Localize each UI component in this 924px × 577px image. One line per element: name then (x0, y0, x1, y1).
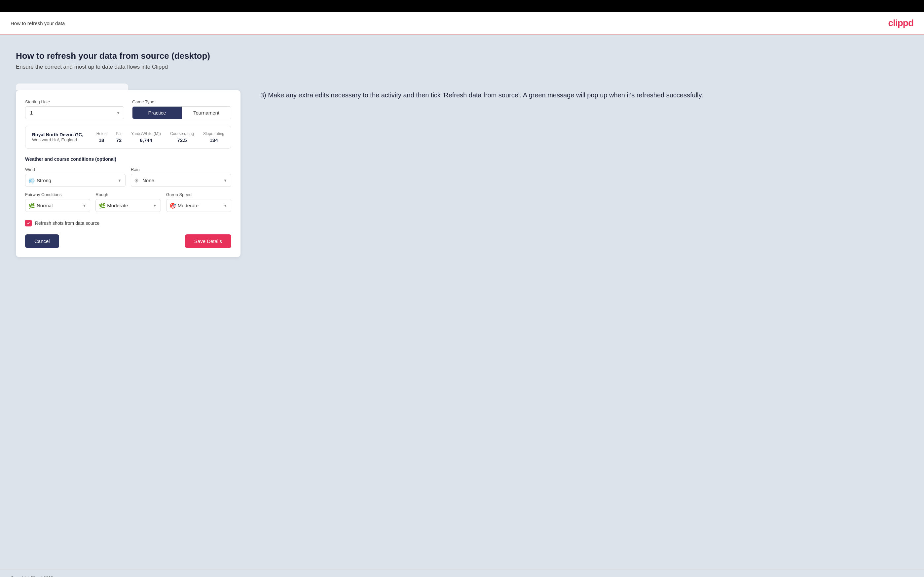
wind-select[interactable]: Strong Mild None (25, 174, 126, 187)
top-form-row: Starting Hole 1 10 ▼ Game Type Practi (25, 99, 231, 119)
wind-group: Wind 💨 Strong Mild None ▼ (25, 167, 126, 187)
conditions-title: Weather and course conditions (optional) (25, 156, 231, 162)
stat-holes: Holes 18 (97, 131, 107, 143)
green-speed-select[interactable]: Moderate Fast Slow (166, 199, 231, 212)
content-area: Starting Hole 1 10 ▼ Game Type Practi (16, 84, 908, 257)
course-location: Westward Ho!, England (32, 137, 90, 142)
rough-group: Rough 🌿 Moderate Light Heavy ▼ (95, 192, 160, 212)
green-speed-label: Green Speed (166, 192, 231, 197)
instruction-panel: 3) Make any extra edits necessary to the… (260, 84, 908, 100)
course-name-section: Royal North Devon GC, Westward Ho!, Engl… (32, 132, 90, 142)
starting-hole-group: Starting Hole 1 10 ▼ (25, 99, 124, 119)
wind-rain-row: Wind 💨 Strong Mild None ▼ Rain (25, 167, 231, 187)
wind-label: Wind (25, 167, 126, 172)
refresh-checkbox-row: ✓ Refresh shots from data source (25, 220, 231, 226)
green-speed-select-wrapper: 🎯 Moderate Fast Slow ▼ (166, 199, 231, 212)
rain-group: Rain ☀ None Light Heavy ▼ (131, 167, 231, 187)
practice-button[interactable]: Practice (132, 106, 182, 119)
rain-select[interactable]: None Light Heavy (131, 174, 231, 187)
starting-hole-select[interactable]: 1 10 (25, 106, 124, 119)
course-info-box: Royal North Devon GC, Westward Ho!, Engl… (25, 126, 231, 148)
form-card: Starting Hole 1 10 ▼ Game Type Practi (16, 84, 241, 257)
holes-label: Holes (97, 131, 107, 136)
refresh-checkbox[interactable]: ✓ (25, 220, 32, 226)
conditions-grid-3: Fairway Conditions 🌿 Normal Firm Soft ▼ (25, 192, 231, 212)
page-heading: How to refresh your data from source (de… (16, 51, 908, 61)
refresh-label: Refresh shots from data source (35, 221, 99, 226)
save-button[interactable]: Save Details (185, 234, 231, 248)
slope-rating-label: Slope rating (203, 131, 224, 136)
tournament-button[interactable]: Tournament (182, 106, 231, 119)
rain-label: Rain (131, 167, 231, 172)
rough-select[interactable]: Moderate Light Heavy (95, 199, 160, 212)
yards-value: 6,744 (140, 137, 152, 143)
yards-label: Yards/White (M)) (131, 131, 161, 136)
footer: Copyright Clippd 2022 (0, 569, 924, 577)
footer-text: Copyright Clippd 2022 (11, 575, 53, 577)
par-value: 72 (116, 137, 121, 143)
rough-select-wrapper: 🌿 Moderate Light Heavy ▼ (95, 199, 160, 212)
fairway-select-wrapper: 🌿 Normal Firm Soft ▼ (25, 199, 90, 212)
cancel-button[interactable]: Cancel (25, 234, 59, 248)
top-partial-card (16, 84, 128, 90)
par-label: Par (116, 131, 122, 136)
fairway-select[interactable]: Normal Firm Soft (25, 199, 90, 212)
slope-rating-value: 134 (210, 137, 218, 143)
starting-hole-select-wrapper: 1 10 ▼ (25, 106, 124, 119)
course-name: Royal North Devon GC, (32, 132, 90, 137)
stat-slope-rating: Slope rating 134 (203, 131, 224, 143)
green-speed-group: Green Speed 🎯 Moderate Fast Slow ▼ (166, 192, 231, 212)
header-title: How to refresh your data (11, 21, 65, 26)
main-content: How to refresh your data from source (de… (0, 35, 924, 569)
instruction-text: 3) Make any extra edits necessary to the… (260, 90, 908, 100)
form-actions: Cancel Save Details (25, 234, 231, 248)
top-bar (0, 0, 924, 12)
rough-label: Rough (95, 192, 160, 197)
game-type-buttons: Practice Tournament (132, 106, 231, 119)
fairway-group: Fairway Conditions 🌿 Normal Firm Soft ▼ (25, 192, 90, 212)
fairway-label: Fairway Conditions (25, 192, 90, 197)
course-rating-label: Course rating (170, 131, 194, 136)
game-type-group: Game Type Practice Tournament (132, 99, 231, 119)
course-rating-value: 72.5 (177, 137, 187, 143)
header: How to refresh your data clippd (0, 12, 924, 35)
wind-select-wrapper: 💨 Strong Mild None ▼ (25, 174, 126, 187)
stat-par: Par 72 (116, 131, 122, 143)
page-subheading: Ensure the correct and most up to date d… (16, 64, 908, 70)
game-type-label: Game Type (132, 99, 231, 104)
rain-select-wrapper: ☀ None Light Heavy ▼ (131, 174, 231, 187)
course-stats: Holes 18 Par 72 Yards/White (M)) 6,744 (97, 131, 224, 143)
checkmark-icon: ✓ (27, 221, 31, 226)
starting-hole-label: Starting Hole (25, 99, 124, 104)
holes-value: 18 (99, 137, 104, 143)
form-inner: Starting Hole 1 10 ▼ Game Type Practi (16, 90, 241, 257)
logo: clippd (888, 18, 913, 28)
stat-course-rating: Course rating 72.5 (170, 131, 194, 143)
stat-yards: Yards/White (M)) 6,744 (131, 131, 161, 143)
